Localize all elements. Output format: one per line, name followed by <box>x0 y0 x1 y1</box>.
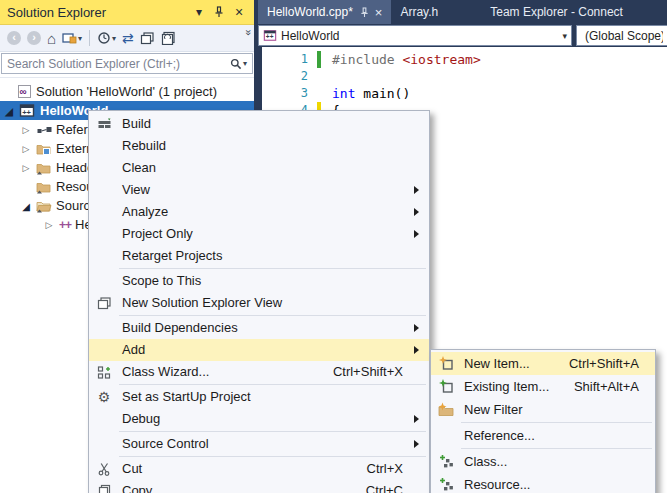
search-row: Search Solution Explorer (Ctrl+;) ▾ <box>0 52 254 78</box>
cpp-file-icon: ++ <box>57 217 73 233</box>
submenu-arrow-icon <box>414 230 419 238</box>
menu-item-class-wizard[interactable]: Class Wizard... Ctrl+Shift+X <box>89 361 429 383</box>
change-bar-saved <box>317 51 321 68</box>
expander-open-icon[interactable]: ◢ <box>21 200 31 211</box>
search-icon[interactable] <box>230 58 242 70</box>
tab-pin-icon[interactable] <box>360 7 369 18</box>
submenu-arrow-icon <box>414 415 419 423</box>
project-scope-dropdown[interactable]: ++ HelloWorld ▾ <box>258 25 572 46</box>
expander-collapsed-icon[interactable]: ▷ <box>21 163 31 173</box>
add-submenu: New Item... Ctrl+Shift+A Existing Item..… <box>430 349 656 493</box>
toolbar-overflow-button[interactable]: » <box>242 29 254 34</box>
tab-array-h[interactable]: Array.h <box>391 0 447 24</box>
pending-changes-filter-button[interactable]: ▾ <box>97 29 116 47</box>
folder-filter-icon <box>36 160 52 176</box>
window-menu-caret-icon[interactable]: ▾ <box>191 4 207 20</box>
tab-team-explorer[interactable]: Team Explorer - Connect <box>481 0 632 24</box>
menu-separator <box>119 268 426 269</box>
expander-open-icon[interactable]: ◢ <box>4 105 14 116</box>
sync-icon: ⇄ <box>122 30 134 46</box>
menu-item-source-control[interactable]: Source Control <box>89 433 429 455</box>
code-line-3: 3 int main() <box>262 85 667 102</box>
switch-views-button[interactable]: ▾ <box>62 29 82 47</box>
menu-separator <box>119 384 426 385</box>
scope-dropdown[interactable]: (Global Scope) <box>576 25 667 46</box>
tree-row-solution[interactable]: ∞ Solution 'HelloWorld' (1 project) <box>0 82 254 101</box>
expander-collapsed-icon[interactable]: ▷ <box>21 125 31 135</box>
tab-label: HelloWorld.cpp* <box>267 5 353 19</box>
solution-label: Solution 'HelloWorld' (1 project) <box>36 82 217 101</box>
sync-with-active-document-button[interactable]: ⇄ <box>122 29 134 47</box>
code-line-1: 1 #include <iostream> <box>262 51 667 68</box>
menu-item-analyze[interactable]: Analyze <box>89 201 429 223</box>
submenu-item-class[interactable]: Class... <box>431 450 655 473</box>
submenu-item-existing-item[interactable]: Existing Item... Shift+Alt+A <box>431 375 655 398</box>
back-button[interactable]: ‹ <box>7 29 21 47</box>
tab-label: Array.h <box>400 5 438 19</box>
menu-item-set-as-startup-project[interactable]: ⚙ Set as StartUp Project <box>89 386 429 408</box>
panel-title: Solution Explorer <box>7 5 187 20</box>
document-tab-band: HelloWorld.cpp* × Array.h Team Explorer … <box>254 0 667 24</box>
existing-item-icon <box>438 379 454 395</box>
menu-separator <box>461 422 652 423</box>
submenu-arrow-icon <box>414 208 419 216</box>
menu-item-build-dependencies[interactable]: Build Dependencies <box>89 317 429 339</box>
menu-item-new-solution-explorer-view[interactable]: New Solution Explorer View <box>89 292 429 314</box>
tab-helloworld-cpp[interactable]: HelloWorld.cpp* × <box>258 0 391 24</box>
code-text: #include <iostream> <box>332 51 481 68</box>
menu-separator <box>119 315 426 316</box>
new-solution-explorer-view-icon <box>96 295 112 311</box>
project-dropdown-value: HelloWorld <box>281 29 562 43</box>
collapse-all-button[interactable] <box>140 29 155 47</box>
copy-icon <box>96 483 112 493</box>
forward-button[interactable]: › <box>27 29 41 47</box>
scissors-icon <box>96 461 112 477</box>
close-icon[interactable]: × <box>231 4 247 20</box>
expander-collapsed-icon[interactable]: ▷ <box>44 220 54 230</box>
line-number: 3 <box>262 85 308 102</box>
external-dependencies-icon <box>36 141 52 157</box>
svg-text:++: ++ <box>22 108 31 117</box>
menu-item-add[interactable]: Add <box>89 339 429 361</box>
menu-item-scope-to-this[interactable]: Scope to This <box>89 270 429 292</box>
submenu-arrow-icon <box>414 440 419 448</box>
menu-separator <box>461 448 652 449</box>
menu-item-debug[interactable]: Debug <box>89 408 429 430</box>
menu-shortcut: Shift+Alt+A <box>574 375 639 398</box>
submenu-item-reference[interactable]: Reference... <box>431 424 655 447</box>
tab-close-icon[interactable]: × <box>375 5 383 20</box>
menu-item-rebuild[interactable]: Rebuild <box>89 135 429 157</box>
visual-studio-window: Solution Explorer ▾ × ‹ › ⌂ ▾ <box>0 0 667 493</box>
menu-item-copy[interactable]: Copy Ctrl+C <box>89 480 429 493</box>
menu-item-retarget-projects[interactable]: Retarget Projects <box>89 245 429 267</box>
home-button[interactable]: ⌂ <box>47 29 56 47</box>
pin-icon-glyph <box>214 6 224 18</box>
menu-item-project-only[interactable]: Project Only <box>89 223 429 245</box>
submenu-arrow-icon <box>414 186 419 194</box>
menu-item-clean[interactable]: Clean <box>89 157 429 179</box>
project-context-menu: Build Rebuild Clean View Analyze Project… <box>88 110 430 493</box>
search-input[interactable]: Search Solution Explorer (Ctrl+;) ▾ <box>1 53 253 74</box>
menu-shortcut: Ctrl+Shift+X <box>333 361 403 383</box>
submenu-item-new-item[interactable]: New Item... Ctrl+Shift+A <box>431 352 655 375</box>
expander-collapsed-icon[interactable]: ▷ <box>21 144 31 154</box>
back-icon: ‹ <box>7 31 21 45</box>
submenu-item-new-filter[interactable]: New Filter <box>431 398 655 421</box>
show-all-files-button[interactable] <box>161 29 176 47</box>
menu-item-cut[interactable]: Cut Ctrl+X <box>89 458 429 480</box>
menu-shortcut: Ctrl+C <box>366 480 403 493</box>
submenu-item-resource[interactable]: Resource... <box>431 473 655 493</box>
menu-item-build[interactable]: Build <box>89 113 429 135</box>
home-icon: ⌂ <box>47 30 56 47</box>
solution-explorer-titlebar[interactable]: Solution Explorer ▾ × <box>0 0 254 25</box>
pin-icon[interactable] <box>211 4 227 20</box>
code-line-2: 2 <box>262 68 667 85</box>
menu-separator <box>119 456 426 457</box>
clock-icon <box>97 31 111 45</box>
search-caret-icon[interactable]: ▾ <box>243 59 247 68</box>
add-class-icon <box>438 454 454 470</box>
menu-item-view[interactable]: View <box>89 179 429 201</box>
gear-icon: ⚙ <box>96 389 112 405</box>
code-text: int main() <box>332 85 410 102</box>
add-resource-icon <box>438 477 454 493</box>
